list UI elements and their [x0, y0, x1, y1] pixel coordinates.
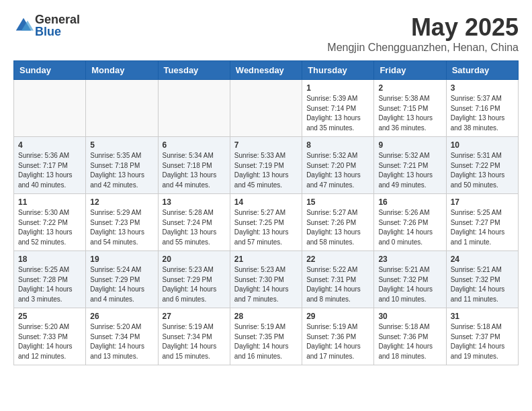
day-cell [230, 80, 302, 137]
calendar-subtitle: Mengjin Chengguanzhen, Henan, China [327, 42, 519, 54]
day-number: 20 [163, 255, 226, 264]
day-cell: 22Sunrise: 5:22 AMSunset: 7:31 PMDayligh… [302, 251, 374, 308]
day-info: Sunrise: 5:21 AMSunset: 7:32 PMDaylight:… [451, 265, 514, 304]
day-cell: 1Sunrise: 5:39 AMSunset: 7:14 PMDaylight… [302, 80, 374, 137]
week-row-1: 1Sunrise: 5:39 AMSunset: 7:14 PMDaylight… [14, 80, 519, 137]
logo-blue: Blue [35, 26, 80, 38]
day-info: Sunrise: 5:19 AMSunset: 7:35 PMDaylight:… [234, 322, 298, 361]
day-header-saturday: Saturday [446, 61, 518, 80]
day-number: 12 [90, 197, 153, 207]
day-number: 8 [306, 140, 369, 150]
day-info: Sunrise: 5:18 AMSunset: 7:37 PMDaylight:… [451, 322, 514, 361]
day-info: Sunrise: 5:25 AMSunset: 7:27 PMDaylight:… [451, 208, 514, 247]
day-number: 16 [378, 197, 441, 207]
day-info: Sunrise: 5:22 AMSunset: 7:31 PMDaylight:… [306, 265, 369, 304]
day-cell: 25Sunrise: 5:20 AMSunset: 7:33 PMDayligh… [14, 308, 86, 365]
day-number: 29 [306, 312, 369, 321]
day-number: 23 [378, 255, 441, 264]
day-cell: 13Sunrise: 5:28 AMSunset: 7:24 PMDayligh… [158, 194, 230, 251]
day-info: Sunrise: 5:21 AMSunset: 7:32 PMDaylight:… [378, 265, 441, 304]
day-number: 7 [234, 140, 298, 150]
day-cell: 12Sunrise: 5:29 AMSunset: 7:23 PMDayligh… [86, 194, 158, 251]
day-number: 21 [234, 255, 298, 264]
day-cell: 26Sunrise: 5:20 AMSunset: 7:34 PMDayligh… [86, 308, 158, 365]
week-row-3: 11Sunrise: 5:30 AMSunset: 7:22 PMDayligh… [14, 194, 519, 251]
day-number: 27 [163, 312, 226, 321]
day-info: Sunrise: 5:28 AMSunset: 7:24 PMDaylight:… [163, 208, 226, 247]
day-info: Sunrise: 5:23 AMSunset: 7:30 PMDaylight:… [234, 265, 298, 304]
day-cell: 16Sunrise: 5:26 AMSunset: 7:26 PMDayligh… [374, 194, 446, 251]
day-cell: 9Sunrise: 5:32 AMSunset: 7:21 PMDaylight… [374, 137, 446, 194]
day-cell: 20Sunrise: 5:23 AMSunset: 7:29 PMDayligh… [158, 251, 230, 308]
day-info: Sunrise: 5:32 AMSunset: 7:20 PMDaylight:… [306, 151, 369, 190]
day-cell: 15Sunrise: 5:27 AMSunset: 7:26 PMDayligh… [302, 194, 374, 251]
day-header-tuesday: Tuesday [158, 61, 230, 80]
day-cell: 27Sunrise: 5:19 AMSunset: 7:34 PMDayligh… [158, 308, 230, 365]
day-cell: 30Sunrise: 5:18 AMSunset: 7:36 PMDayligh… [374, 308, 446, 365]
day-number: 22 [306, 255, 369, 264]
day-cell: 6Sunrise: 5:34 AMSunset: 7:18 PMDaylight… [158, 137, 230, 194]
day-cell: 11Sunrise: 5:30 AMSunset: 7:22 PMDayligh… [14, 194, 86, 251]
day-cell: 19Sunrise: 5:24 AMSunset: 7:29 PMDayligh… [86, 251, 158, 308]
day-cell: 23Sunrise: 5:21 AMSunset: 7:32 PMDayligh… [374, 251, 446, 308]
day-number: 3 [451, 83, 514, 93]
day-info: Sunrise: 5:38 AMSunset: 7:15 PMDaylight:… [378, 94, 441, 133]
day-number: 18 [18, 255, 81, 264]
day-number: 30 [378, 312, 441, 321]
week-row-5: 25Sunrise: 5:20 AMSunset: 7:33 PMDayligh… [14, 308, 519, 365]
day-cell [14, 80, 86, 137]
day-cell: 10Sunrise: 5:31 AMSunset: 7:22 PMDayligh… [446, 137, 518, 194]
day-number: 15 [306, 197, 369, 207]
logo-text: General Blue [35, 13, 80, 38]
logo: General Blue [13, 13, 80, 38]
day-cell [86, 80, 158, 137]
day-info: Sunrise: 5:31 AMSunset: 7:22 PMDaylight:… [451, 151, 514, 190]
day-info: Sunrise: 5:37 AMSunset: 7:16 PMDaylight:… [451, 94, 514, 133]
day-cell: 4Sunrise: 5:36 AMSunset: 7:17 PMDaylight… [14, 137, 86, 194]
day-number: 31 [451, 312, 514, 321]
day-cell: 28Sunrise: 5:19 AMSunset: 7:35 PMDayligh… [230, 308, 302, 365]
day-header-monday: Monday [86, 61, 158, 80]
page-header: General Blue May 2025 Mengjin Chengguanz… [13, 13, 519, 54]
day-cell [158, 80, 230, 137]
day-info: Sunrise: 5:25 AMSunset: 7:28 PMDaylight:… [18, 265, 81, 304]
day-info: Sunrise: 5:34 AMSunset: 7:18 PMDaylight:… [163, 151, 226, 190]
day-info: Sunrise: 5:27 AMSunset: 7:25 PMDaylight:… [234, 208, 298, 247]
day-number: 13 [163, 197, 226, 207]
day-header-sunday: Sunday [14, 61, 86, 80]
day-number: 11 [18, 197, 81, 207]
day-info: Sunrise: 5:29 AMSunset: 7:23 PMDaylight:… [90, 208, 153, 247]
day-info: Sunrise: 5:20 AMSunset: 7:34 PMDaylight:… [90, 322, 153, 361]
calendar-body: 1Sunrise: 5:39 AMSunset: 7:14 PMDaylight… [14, 80, 519, 365]
day-info: Sunrise: 5:24 AMSunset: 7:29 PMDaylight:… [90, 265, 153, 304]
day-number: 1 [306, 83, 369, 93]
day-info: Sunrise: 5:19 AMSunset: 7:34 PMDaylight:… [163, 322, 226, 361]
day-cell: 29Sunrise: 5:19 AMSunset: 7:36 PMDayligh… [302, 308, 374, 365]
day-cell: 8Sunrise: 5:32 AMSunset: 7:20 PMDaylight… [302, 137, 374, 194]
day-cell: 14Sunrise: 5:27 AMSunset: 7:25 PMDayligh… [230, 194, 302, 251]
day-number: 4 [18, 140, 81, 150]
day-info: Sunrise: 5:33 AMSunset: 7:19 PMDaylight:… [234, 151, 298, 190]
day-info: Sunrise: 5:23 AMSunset: 7:29 PMDaylight:… [163, 265, 226, 304]
day-info: Sunrise: 5:26 AMSunset: 7:26 PMDaylight:… [378, 208, 441, 247]
day-header-friday: Friday [374, 61, 446, 80]
title-section: May 2025 Mengjin Chengguanzhen, Henan, C… [327, 13, 519, 54]
day-info: Sunrise: 5:35 AMSunset: 7:18 PMDaylight:… [90, 151, 153, 190]
day-number: 2 [378, 83, 441, 93]
day-number: 26 [90, 312, 153, 321]
week-row-4: 18Sunrise: 5:25 AMSunset: 7:28 PMDayligh… [14, 251, 519, 308]
day-number: 5 [90, 140, 153, 150]
calendar-header: SundayMondayTuesdayWednesdayThursdayFrid… [14, 61, 519, 80]
day-number: 9 [378, 140, 441, 150]
day-cell: 21Sunrise: 5:23 AMSunset: 7:30 PMDayligh… [230, 251, 302, 308]
day-header-thursday: Thursday [302, 61, 374, 80]
week-row-2: 4Sunrise: 5:36 AMSunset: 7:17 PMDaylight… [14, 137, 519, 194]
day-cell: 31Sunrise: 5:18 AMSunset: 7:37 PMDayligh… [446, 308, 518, 365]
day-cell: 18Sunrise: 5:25 AMSunset: 7:28 PMDayligh… [14, 251, 86, 308]
day-cell: 5Sunrise: 5:35 AMSunset: 7:18 PMDaylight… [86, 137, 158, 194]
day-info: Sunrise: 5:36 AMSunset: 7:17 PMDaylight:… [18, 151, 81, 190]
day-header-row: SundayMondayTuesdayWednesdayThursdayFrid… [14, 61, 519, 80]
day-number: 17 [451, 197, 514, 207]
day-cell: 17Sunrise: 5:25 AMSunset: 7:27 PMDayligh… [446, 194, 518, 251]
day-number: 6 [163, 140, 226, 150]
